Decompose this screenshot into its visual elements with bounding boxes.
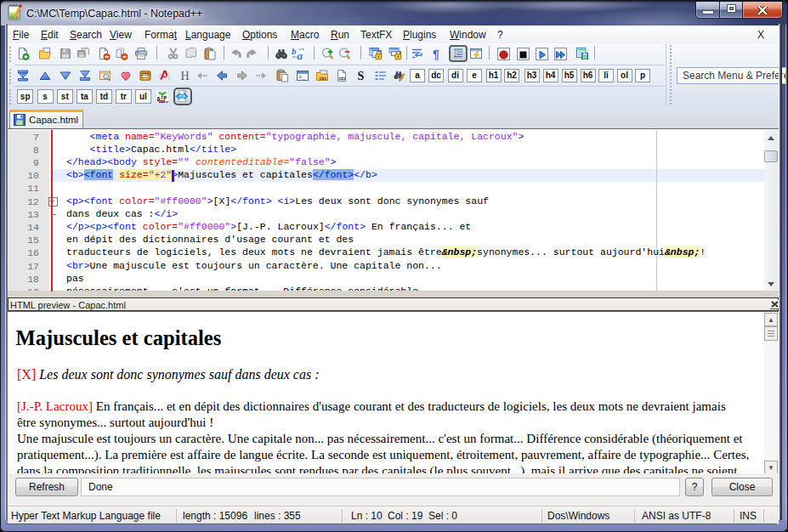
svg-text:H: H <box>181 70 190 82</box>
svg-text:>_: >_ <box>298 75 305 81</box>
svg-text:a: a <box>298 49 303 60</box>
svg-text:S: S <box>358 70 365 82</box>
svg-text:¶: ¶ <box>433 48 439 61</box>
svg-text:FTP: FTP <box>142 73 150 77</box>
svg-text:b: b <box>292 47 297 56</box>
svg-text:}: } <box>167 71 172 81</box>
